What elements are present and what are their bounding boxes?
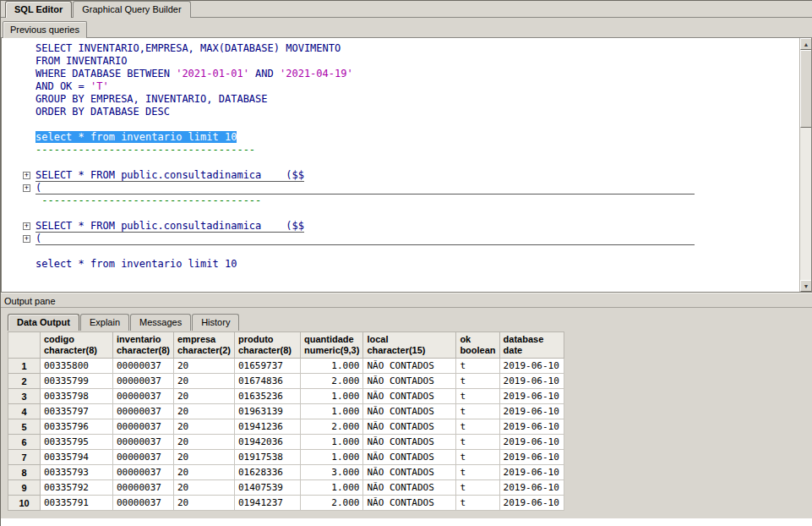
editor-line[interactable]: SELECT INVENTARIO,EMPRESA, MAX(DATABASE)… bbox=[2, 42, 811, 55]
cell-database[interactable]: 2019-06-10 bbox=[499, 419, 564, 435]
editor-line[interactable]: AND OK = 'T' bbox=[2, 80, 811, 93]
cell-codigo[interactable]: 00335796 bbox=[41, 419, 113, 435]
cell-quantidade[interactable]: 1.000 bbox=[300, 404, 362, 419]
column-header-quantidade[interactable]: quantidadenumeric(9,3) bbox=[300, 332, 362, 359]
cell-database[interactable]: 2019-06-10 bbox=[499, 374, 564, 389]
tab-history[interactable]: History bbox=[192, 314, 239, 331]
tab-explain[interactable]: Explain bbox=[80, 314, 129, 331]
cell-empresa[interactable]: 20 bbox=[173, 374, 234, 389]
cell-database[interactable]: 2019-06-10 bbox=[499, 465, 564, 480]
cell-produto[interactable]: 01941236 bbox=[234, 419, 300, 435]
cell-local[interactable]: NÃO CONTADOS bbox=[363, 359, 456, 374]
row-number[interactable]: 6 bbox=[8, 435, 41, 450]
cell-codigo[interactable]: 00335797 bbox=[41, 404, 113, 419]
cell-empresa[interactable]: 20 bbox=[173, 465, 234, 480]
cell-ok[interactable]: t bbox=[456, 465, 499, 480]
row-number[interactable]: 5 bbox=[8, 419, 41, 435]
cell-empresa[interactable]: 20 bbox=[173, 435, 234, 450]
cell-empresa[interactable]: 20 bbox=[173, 450, 234, 465]
row-number[interactable]: 10 bbox=[8, 496, 41, 511]
cell-local[interactable]: NÃO CONTADOS bbox=[363, 450, 456, 465]
previous-queries-tab[interactable]: Previous queries bbox=[3, 21, 87, 38]
column-header-database[interactable]: databasedate bbox=[499, 332, 564, 359]
cell-inventario[interactable]: 00000037 bbox=[113, 419, 174, 435]
cell-codigo[interactable]: 00335792 bbox=[41, 480, 113, 496]
cell-produto[interactable]: 01628336 bbox=[234, 465, 300, 480]
cell-produto[interactable]: 01917538 bbox=[234, 450, 300, 465]
row-number[interactable]: 1 bbox=[8, 359, 41, 374]
cell-inventario[interactable]: 00000037 bbox=[113, 374, 174, 389]
cell-empresa[interactable]: 20 bbox=[173, 496, 234, 511]
cell-codigo[interactable]: 00335798 bbox=[41, 389, 113, 404]
cell-quantidade[interactable]: 1.000 bbox=[300, 389, 362, 404]
column-header-codigo[interactable]: codigocharacter(8) bbox=[41, 332, 113, 359]
row-number[interactable]: 2 bbox=[8, 374, 41, 389]
editor-line[interactable] bbox=[2, 118, 811, 131]
cell-database[interactable]: 2019-06-10 bbox=[499, 389, 564, 404]
tab-data-output[interactable]: Data Output bbox=[8, 314, 79, 331]
editor-line[interactable] bbox=[2, 207, 811, 220]
cell-local[interactable]: NÃO CONTADOS bbox=[363, 480, 456, 496]
cell-quantidade[interactable]: 1.000 bbox=[300, 359, 362, 374]
cell-ok[interactable]: t bbox=[456, 480, 499, 496]
cell-empresa[interactable]: 20 bbox=[173, 404, 234, 419]
editor-line[interactable]: +SELECT * FROM public.consultadinamica (… bbox=[2, 220, 811, 233]
cell-inventario[interactable]: 00000037 bbox=[113, 450, 174, 465]
row-number[interactable]: 7 bbox=[8, 450, 41, 465]
editor-line[interactable]: select * from inventario limit 10 bbox=[2, 258, 811, 271]
fold-collapsed-icon[interactable]: + bbox=[23, 222, 30, 230]
cell-quantidade[interactable]: 2.000 bbox=[300, 496, 362, 511]
editor-line[interactable]: +SELECT * FROM public.consultadinamica (… bbox=[2, 169, 811, 182]
cell-produto[interactable]: 01407539 bbox=[234, 480, 300, 496]
row-number[interactable]: 8 bbox=[8, 465, 41, 480]
cell-produto[interactable]: 01963139 bbox=[234, 404, 300, 419]
cell-empresa[interactable]: 20 bbox=[173, 419, 234, 435]
cell-empresa[interactable]: 20 bbox=[173, 359, 234, 374]
cell-ok[interactable]: t bbox=[456, 419, 499, 435]
cell-produto[interactable]: 01635236 bbox=[234, 389, 300, 404]
cell-database[interactable]: 2019-06-10 bbox=[499, 480, 564, 496]
cell-codigo[interactable]: 00335800 bbox=[41, 359, 113, 374]
editor-line[interactable]: +( bbox=[2, 233, 811, 245]
cell-inventario[interactable]: 00000037 bbox=[113, 359, 174, 374]
fold-collapsed-icon[interactable]: + bbox=[23, 172, 30, 179]
cell-ok[interactable]: t bbox=[456, 496, 499, 511]
cell-inventario[interactable]: 00000037 bbox=[113, 435, 174, 450]
cell-inventario[interactable]: 00000037 bbox=[113, 496, 174, 511]
editor-line[interactable] bbox=[2, 245, 811, 258]
cell-codigo[interactable]: 00335793 bbox=[41, 465, 113, 480]
cell-database[interactable]: 2019-06-10 bbox=[499, 496, 564, 511]
cell-codigo[interactable]: 00335799 bbox=[41, 374, 113, 389]
editor-line[interactable] bbox=[2, 156, 811, 169]
cell-database[interactable]: 2019-06-10 bbox=[499, 450, 564, 465]
row-number[interactable]: 9 bbox=[8, 480, 41, 496]
editor-line[interactable]: select * from inventario limit 10 bbox=[2, 131, 811, 144]
cell-produto[interactable]: 01942036 bbox=[234, 435, 300, 450]
scroll-up-icon[interactable]: ▲ bbox=[800, 38, 812, 50]
cell-ok[interactable]: t bbox=[456, 435, 499, 450]
column-header-inventario[interactable]: inventariocharacter(8) bbox=[113, 332, 174, 359]
cell-database[interactable]: 2019-06-10 bbox=[499, 435, 564, 450]
row-number[interactable]: 3 bbox=[8, 389, 41, 404]
cell-inventario[interactable]: 00000037 bbox=[113, 389, 174, 404]
cell-quantidade[interactable]: 2.000 bbox=[300, 419, 362, 435]
editor-line[interactable]: ORDER BY DATABASE DESC bbox=[2, 106, 811, 118]
cell-local[interactable]: NÃO CONTADOS bbox=[363, 404, 456, 419]
cell-produto[interactable]: 01674836 bbox=[234, 374, 300, 389]
cell-produto[interactable]: 01941237 bbox=[234, 496, 300, 511]
cell-local[interactable]: NÃO CONTADOS bbox=[363, 389, 456, 404]
editor-line[interactable]: +( bbox=[2, 182, 811, 195]
column-header-produto[interactable]: produtocharacter(8) bbox=[234, 332, 300, 359]
cell-quantidade[interactable]: 2.000 bbox=[300, 374, 362, 389]
cell-quantidade[interactable]: 1.000 bbox=[300, 450, 362, 465]
cell-ok[interactable]: t bbox=[456, 389, 499, 404]
column-header-local[interactable]: localcharacter(15) bbox=[363, 332, 456, 359]
cell-quantidade[interactable]: 1.000 bbox=[300, 480, 362, 496]
column-header-empresa[interactable]: empresacharacter(2) bbox=[173, 332, 234, 359]
fold-collapsed-icon[interactable]: + bbox=[23, 184, 30, 192]
scrollbar-thumb[interactable] bbox=[800, 50, 812, 128]
fold-collapsed-icon[interactable]: + bbox=[23, 235, 30, 243]
editor-line[interactable]: FROM INVENTARIO bbox=[2, 55, 811, 68]
cell-ok[interactable]: t bbox=[456, 359, 499, 374]
grid-corner[interactable] bbox=[8, 332, 41, 359]
